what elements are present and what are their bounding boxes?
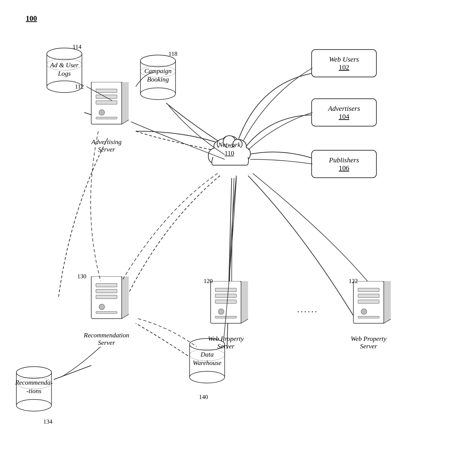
- ellipsis: ......: [297, 305, 318, 314]
- network-label: Network: [218, 141, 241, 148]
- network-ref: 110: [225, 150, 234, 157]
- svg-rect-54: [215, 300, 236, 303]
- recommendations-label: Recommenda--tions: [14, 378, 54, 396]
- svg-marker-59: [384, 281, 391, 323]
- svg-rect-53: [215, 294, 236, 298]
- publishers-ref: 106: [339, 164, 349, 172]
- ad-user-logs-ref: 114: [73, 43, 81, 50]
- svg-rect-24: [96, 101, 117, 104]
- svg-marker-29: [122, 276, 129, 319]
- svg-rect-52: [215, 288, 236, 292]
- svg-rect-23: [96, 95, 117, 98]
- svg-rect-56: [215, 316, 236, 318]
- recommendations-cylinder: Recommenda--tions: [14, 365, 54, 412]
- svg-point-40: [16, 367, 51, 378]
- web-property-server-122-ref: 122: [349, 278, 358, 285]
- web-property-server-122-label: Web PropertyServer: [342, 335, 396, 350]
- svg-rect-60: [358, 288, 379, 292]
- network-cloud: Network 110: [204, 131, 255, 174]
- svg-marker-51: [241, 281, 248, 323]
- campaign-booking-label: CampaignBooking: [139, 67, 177, 84]
- svg-rect-31: [96, 289, 117, 293]
- svg-rect-62: [358, 300, 379, 303]
- svg-point-25: [99, 110, 105, 115]
- svg-point-46: [190, 371, 225, 383]
- svg-rect-26: [96, 117, 117, 119]
- web-property-server-122-shape: [346, 281, 391, 334]
- web-property-server-120-shape: [204, 281, 248, 334]
- svg-point-15: [140, 88, 176, 100]
- main-ref-label: 100: [26, 14, 37, 23]
- svg-rect-22: [96, 89, 117, 93]
- campaign-booking-cylinder: CampaignBooking: [138, 54, 178, 101]
- data-warehouse-ref: 140: [199, 394, 208, 401]
- svg-rect-34: [96, 312, 117, 313]
- advertisers-label: Advertisers: [328, 105, 360, 113]
- advertising-server-ref: 112: [75, 83, 84, 90]
- campaign-booking-ref: 118: [169, 50, 177, 57]
- recommendation-server-ref: 130: [77, 273, 86, 280]
- svg-point-55: [218, 309, 224, 314]
- svg-rect-30: [96, 283, 117, 287]
- advertisers-box: Advertisers 104: [311, 98, 377, 126]
- recommendation-server-label: RecommendationServer: [80, 332, 133, 346]
- web-property-server-120-ref: 120: [204, 278, 213, 285]
- ad-user-logs-label: Ad & UserLogs: [46, 61, 83, 78]
- diagram-container: 100 Web Users 102: [0, 0, 476, 458]
- svg-rect-32: [96, 295, 117, 299]
- data-warehouse-label: DataWarehouse: [188, 350, 226, 367]
- advertisers-ref: 104: [339, 113, 349, 120]
- svg-point-33: [99, 304, 105, 310]
- publishers-box: Publishers 106: [311, 150, 377, 178]
- web-property-server-120-label: Web PropertyServer: [199, 335, 253, 350]
- web-users-label: Web Users: [329, 55, 359, 63]
- web-users-ref: 102: [339, 63, 349, 71]
- web-users-box: Web Users 102: [311, 49, 377, 77]
- svg-rect-61: [358, 294, 379, 298]
- svg-point-63: [361, 309, 367, 314]
- svg-marker-21: [122, 82, 129, 124]
- advertising-server-shape: [84, 82, 129, 134]
- svg-rect-64: [358, 316, 379, 318]
- recommendation-server-shape: [84, 276, 129, 329]
- svg-point-39: [16, 399, 51, 411]
- advertising-server-label: AdvertisingServer: [80, 138, 133, 153]
- recommendations-ref: 134: [43, 418, 52, 425]
- publishers-label: Publishers: [329, 156, 359, 164]
